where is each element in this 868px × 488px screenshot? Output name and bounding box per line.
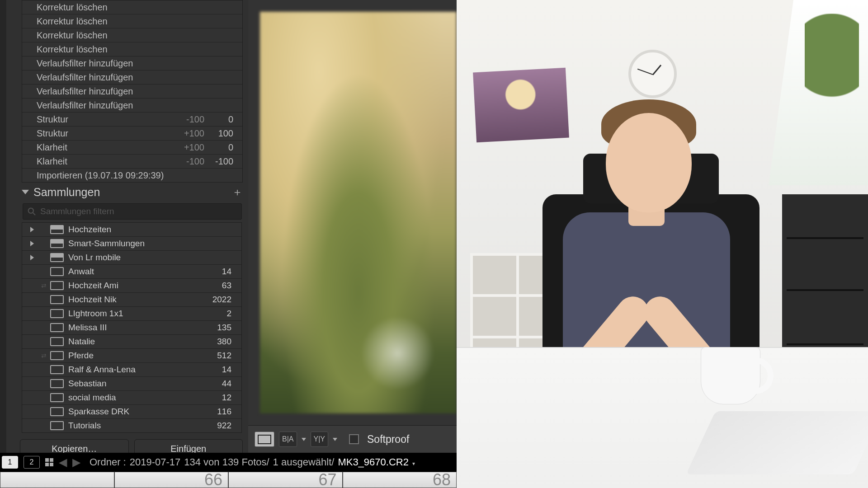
history-delta: -100: [172, 156, 204, 167]
collection-item[interactable]: Natalie380: [22, 335, 241, 349]
collection-icon: [50, 351, 64, 360]
monitor-1-button[interactable]: 1: [2, 456, 18, 469]
view-single-button[interactable]: [255, 432, 274, 447]
collection-count: 63: [222, 281, 231, 291]
softproof-label: Softproof: [367, 433, 409, 446]
collection-icon: [50, 407, 64, 416]
collection-name: Ralf & Anna-Lena: [68, 365, 222, 375]
collection-icon: [50, 309, 64, 318]
collection-name: Smart-Sammlungen: [68, 239, 231, 249]
collection-count: 922: [217, 421, 231, 431]
history-label: Korrektur löschen: [37, 30, 172, 41]
keyboard-icon: [686, 411, 868, 474]
collections-filter-input[interactable]: [39, 206, 237, 217]
history-delta: -100: [172, 114, 204, 125]
caret-down-icon: [22, 190, 29, 194]
collection-count: 512: [217, 351, 231, 361]
disclosure-arrow-icon: [27, 255, 38, 260]
window-scene: [769, 0, 868, 185]
collection-item[interactable]: Sebastian44: [22, 377, 241, 391]
history-step[interactable]: Verlaufsfilter hinzufügen: [22, 56, 242, 70]
collection-set-icon: [50, 239, 64, 248]
collection-item[interactable]: ⇄Hochzeit Ami63: [22, 279, 241, 293]
collection-name: Von Lr mobile: [68, 253, 231, 263]
chevron-down-icon[interactable]: [333, 438, 337, 441]
history-value: 0: [204, 114, 233, 125]
breadcrumb-date: 2019-07-17: [130, 456, 181, 468]
filmstrip[interactable]: 66 67 68: [0, 472, 457, 488]
frame-number: 66: [204, 470, 222, 488]
history-label: Korrektur löschen: [37, 16, 172, 27]
history-step[interactable]: Struktur+100100: [22, 127, 242, 141]
chevron-down-icon[interactable]: [302, 438, 306, 441]
frame-number: 67: [318, 470, 336, 488]
collection-item[interactable]: Ralf & Anna-Lena14: [22, 363, 241, 377]
svg-point-0: [28, 208, 33, 213]
panel-grip[interactable]: [0, 0, 6, 488]
history-step[interactable]: Verlaufsfilter hinzufügen: [22, 84, 242, 99]
before-after-yy-button[interactable]: Y|Y: [311, 432, 329, 447]
collection-set[interactable]: Smart-Sammlungen: [22, 237, 241, 251]
history-step[interactable]: Klarheit+1000: [22, 141, 242, 155]
sync-status-icon: ⇄: [38, 352, 50, 359]
before-after-ba-button[interactable]: B|A: [279, 432, 297, 447]
collection-count: 380: [217, 337, 231, 347]
history-label: Korrektur löschen: [37, 2, 172, 13]
sync-status-icon: ⇄: [38, 282, 50, 289]
image-viewer: B|A Y|Y Softproof: [248, 0, 457, 453]
collection-item[interactable]: LIghtroom 1x12: [22, 307, 241, 321]
collections-panel-header[interactable]: Sammlungen ＋: [6, 183, 248, 202]
chevron-down-icon[interactable]: ▾: [412, 460, 415, 467]
history-label: Importieren (19.07.19 09:29:39): [37, 170, 172, 181]
history-step[interactable]: Importieren (19.07.19 09:29:39): [22, 169, 242, 182]
history-step[interactable]: Struktur-1000: [22, 113, 242, 127]
history-step[interactable]: Verlaufsfilter hinzufügen: [22, 99, 242, 113]
breadcrumb-counts: 134 von 139 Fotos/: [184, 456, 269, 468]
nav-prev-icon[interactable]: ◀: [59, 456, 67, 469]
grid-view-icon[interactable]: [45, 458, 53, 466]
collection-name: Hochzeiten: [68, 225, 231, 235]
collection-name: Sparkasse DRK: [68, 407, 217, 417]
collection-icon: [50, 267, 64, 276]
history-step[interactable]: Korrektur löschen: [22, 28, 242, 42]
filmstrip-thumb[interactable]: 66: [114, 472, 229, 488]
history-step[interactable]: Verlaufsfilter hinzufügen: [22, 70, 242, 84]
history-label: Verlaufsfilter hinzufügen: [37, 100, 172, 111]
history-step[interactable]: Korrektur löschen: [22, 42, 242, 56]
collection-item[interactable]: Melissa III135: [22, 321, 241, 335]
collection-set[interactable]: Von Lr mobile: [22, 251, 241, 265]
history-step[interactable]: Klarheit-100-100: [22, 155, 242, 169]
collection-name: Melissa III: [68, 323, 217, 333]
add-collection-icon[interactable]: ＋: [232, 185, 243, 199]
collections-filter[interactable]: [23, 203, 242, 220]
collection-set[interactable]: Hochzeiten: [22, 223, 241, 237]
collection-count: 44: [222, 379, 231, 389]
breadcrumb-label: Ordner :: [90, 456, 126, 468]
filmstrip-thumb[interactable]: 68: [343, 472, 457, 488]
breadcrumb-selected: 1 ausgewählt/: [273, 456, 335, 468]
collection-item[interactable]: Anwalt14: [22, 265, 241, 279]
history-step[interactable]: Korrektur löschen: [22, 14, 242, 28]
collection-item[interactable]: Tutorials922: [22, 419, 241, 432]
history-panel: Korrektur löschenKorrektur löschenKorrek…: [22, 0, 243, 183]
collection-count: 116: [217, 407, 231, 417]
collection-name: social media: [68, 393, 222, 403]
collection-set-icon: [50, 253, 64, 262]
collection-item[interactable]: Hochzeit Nik2022: [22, 293, 241, 307]
collection-item[interactable]: ⇄Pferde512: [22, 349, 241, 363]
collection-item[interactable]: Sparkasse DRK116: [22, 405, 241, 419]
softproof-checkbox[interactable]: [349, 434, 359, 444]
filmstrip-thumb[interactable]: [0, 472, 114, 488]
filmstrip-thumb[interactable]: 67: [228, 472, 343, 488]
monitor-2-button[interactable]: 2: [24, 456, 40, 469]
history-value: 0: [204, 142, 233, 153]
history-delta: +100: [172, 128, 204, 139]
breadcrumb[interactable]: Ordner : 2019-07-17 134 von 139 Fotos/ 1…: [90, 456, 415, 468]
nav-next-icon[interactable]: ▶: [72, 456, 80, 469]
photo-preview[interactable]: [260, 12, 457, 413]
history-step[interactable]: Korrektur löschen: [22, 0, 242, 14]
search-icon: [28, 207, 36, 216]
collection-item[interactable]: social media12: [22, 391, 241, 405]
collection-count: 2: [226, 309, 231, 319]
history-label: Struktur: [37, 128, 172, 139]
